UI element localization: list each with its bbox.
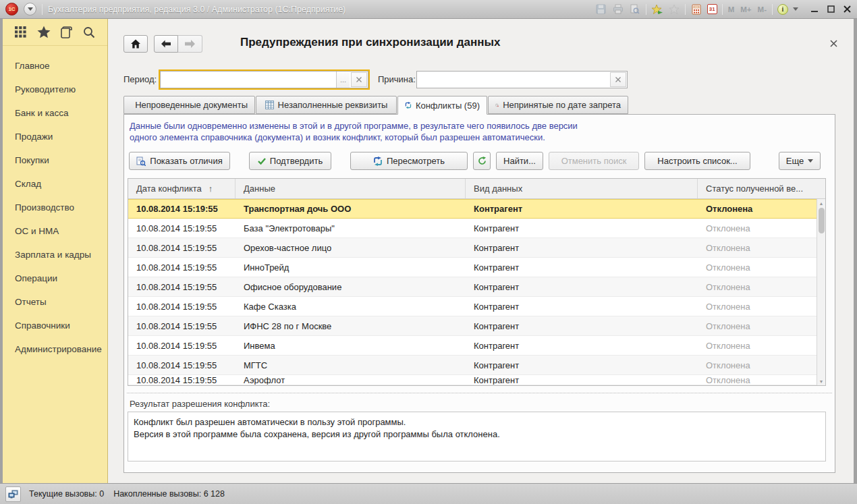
cell-kind: Контрагент xyxy=(466,200,698,218)
cell-date: 10.08.2014 15:19:55 xyxy=(128,238,236,257)
table-row[interactable]: 10.08.2014 15:19:55ИФНС 28 по г МосквеКо… xyxy=(128,316,817,336)
main-area: Предупреждения при синхронизации данных … xyxy=(108,19,854,483)
find-button[interactable]: Найти... xyxy=(496,152,543,170)
table-icon xyxy=(265,101,274,109)
main-menu-button[interactable] xyxy=(24,3,36,16)
table-row[interactable]: 10.08.2014 15:19:55Офисное оборудованиеК… xyxy=(128,277,817,297)
column-header-status[interactable]: Статус полученной ве... xyxy=(698,179,825,198)
table-row[interactable]: 10.08.2014 15:19:55Транспортная дочь ООО… xyxy=(128,199,817,219)
review-button[interactable]: Пересмотреть xyxy=(350,152,468,170)
reason-clear-button[interactable] xyxy=(610,72,626,87)
sidebar-item[interactable]: Отчеты xyxy=(3,290,107,314)
result-line2: Версия в этой программе была сохранена, … xyxy=(134,428,820,441)
button-label: Показать отличия xyxy=(150,156,222,166)
tab-rejected-by-date[interactable]: Непринятые по дате запрета xyxy=(488,96,628,114)
sections-grid-icon[interactable] xyxy=(13,25,28,40)
reason-label: Причина: xyxy=(378,74,416,84)
sidebar-item[interactable]: Руководителю xyxy=(3,78,107,101)
sidebar-item[interactable]: Банк и касса xyxy=(3,101,107,125)
cell-kind: Контрагент xyxy=(466,277,698,296)
column-header-date[interactable]: Дата конфликта ↑ xyxy=(128,179,236,198)
vertical-scrollbar[interactable]: ▲ ▼ xyxy=(817,199,825,385)
table-row[interactable]: 10.08.2014 15:19:55МГТСКонтрагентОтклоне… xyxy=(128,356,817,375)
tab-label: Непроведенные документы xyxy=(135,100,248,110)
period-input[interactable] xyxy=(161,72,336,88)
cell-data: МГТС xyxy=(236,356,466,374)
table-row[interactable]: 10.08.2014 15:19:55База "Электротовары"К… xyxy=(128,219,817,238)
forward-button[interactable] xyxy=(178,35,202,53)
cancel-search-button[interactable]: Отменить поиск xyxy=(549,152,639,170)
more-button[interactable]: Еще xyxy=(779,152,821,170)
refresh-button[interactable] xyxy=(473,152,491,170)
cell-data: ИнноТрейд xyxy=(236,258,466,277)
tab-conflicts[interactable]: Конфликты (59) xyxy=(397,96,487,115)
column-header-data[interactable]: Данные xyxy=(236,179,466,198)
reason-input[interactable] xyxy=(417,72,609,88)
cell-date: 10.08.2014 15:19:55 xyxy=(128,316,236,335)
scroll-down-icon[interactable]: ▼ xyxy=(817,377,825,385)
result-text-box[interactable]: Конфликт был разрешен автоматически в по… xyxy=(128,412,826,461)
form-close-button[interactable] xyxy=(828,38,839,49)
result-line1: Конфликт был разрешен автоматически в по… xyxy=(134,416,820,428)
home-button[interactable] xyxy=(123,35,148,53)
scroll-up-icon[interactable]: ▲ xyxy=(817,199,825,207)
sidebar-item[interactable]: Главное xyxy=(3,54,107,78)
back-button[interactable] xyxy=(154,35,178,53)
history-icon[interactable] xyxy=(59,25,74,40)
sidebar: ГлавноеРуководителюБанк и кассаПродажиПо… xyxy=(3,19,108,483)
scrollbar-thumb[interactable] xyxy=(819,208,825,233)
tab-unfilled-attributes[interactable]: Незаполненные реквизиты xyxy=(256,96,397,114)
sidebar-item[interactable]: ОС и НМА xyxy=(3,219,107,243)
period-clear-button[interactable] xyxy=(351,72,367,87)
table-row[interactable]: 10.08.2014 15:19:55Орехов-частное лицоКо… xyxy=(128,238,817,258)
search-icon[interactable] xyxy=(82,25,96,40)
memory-minus-button: M- xyxy=(757,5,767,13)
cell-kind: Контрагент xyxy=(466,375,698,385)
info-icon[interactable]: i xyxy=(777,4,788,15)
calendar-icon[interactable]: 31 xyxy=(707,4,717,14)
table-row[interactable]: 10.08.2014 15:19:55Кафе СказкаКонтрагент… xyxy=(128,297,817,316)
app-logo-1c[interactable]: 1С xyxy=(5,3,18,16)
sidebar-item[interactable]: Производство xyxy=(3,196,107,219)
sidebar-item[interactable]: Зарплата и кадры xyxy=(3,243,107,267)
cell-data: Инвема xyxy=(236,336,466,355)
column-label: Вид данных xyxy=(474,184,522,194)
cell-date: 10.08.2014 15:19:55 xyxy=(128,375,236,385)
titlebar-separator xyxy=(772,4,773,15)
table-row[interactable]: 10.08.2014 15:19:55ИнвемаКонтрагентОткло… xyxy=(128,336,817,356)
button-label: Подтвердить xyxy=(270,156,323,166)
tab-unposted-documents[interactable]: Непроведенные документы xyxy=(123,96,255,114)
sidebar-item[interactable]: Продажи xyxy=(3,125,107,148)
reason-field-group xyxy=(416,71,628,88)
sidebar-item[interactable]: Администрирование xyxy=(3,337,107,361)
chevron-down-icon xyxy=(808,159,813,163)
close-button[interactable] xyxy=(842,3,852,16)
titlebar-separator xyxy=(646,4,646,15)
sidebar-item[interactable]: Операции xyxy=(3,267,107,290)
table-row[interactable]: 10.08.2014 15:19:55ИнноТрейдКонтрагентОт… xyxy=(128,258,817,277)
period-choose-button[interactable]: ... xyxy=(336,72,350,88)
sidebar-item[interactable]: Справочники xyxy=(3,314,107,337)
favorites-star-icon[interactable] xyxy=(36,25,51,40)
confirm-button[interactable]: Подтвердить xyxy=(249,152,331,170)
sidebar-item[interactable]: Покупки xyxy=(3,148,107,172)
add-to-favorites-icon[interactable] xyxy=(651,3,663,16)
show-differences-button[interactable]: Показать отличия xyxy=(129,152,230,170)
window-title: Бухгалтерия предприятия, редакция 3.0 / … xyxy=(48,5,345,14)
check-icon xyxy=(258,158,266,165)
sidebar-menu: ГлавноеРуководителюБанк и кассаПродажиПо… xyxy=(3,46,107,361)
clock-denied-icon xyxy=(495,101,499,110)
cell-status: Отклонена xyxy=(698,297,817,316)
configure-list-button[interactable]: Настроить список... xyxy=(644,152,750,170)
maximize-button[interactable] xyxy=(826,3,835,16)
tab-label: Непринятые по дате запрета xyxy=(503,100,621,110)
column-header-kind[interactable]: Вид данных xyxy=(466,179,698,198)
minimize-button[interactable] xyxy=(810,3,819,16)
cell-status: Отклонена xyxy=(698,277,817,296)
chevron-down-icon[interactable] xyxy=(793,7,798,11)
button-label: Еще xyxy=(786,156,804,166)
sidebar-item[interactable]: Склад xyxy=(3,172,107,196)
table-row[interactable]: 10.08.2014 15:19:55АэрофлотКонтрагентОтк… xyxy=(128,375,817,385)
performance-indicator-button[interactable] xyxy=(5,486,21,502)
calculator-icon[interactable] xyxy=(690,3,702,16)
